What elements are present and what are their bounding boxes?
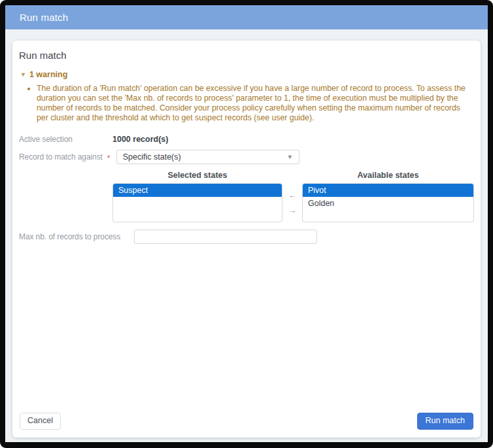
run-match-dialog: Run match Run match ▼ 1 warning The dura… — [5, 5, 488, 442]
record-to-match-select[interactable]: Specific state(s) ▼ — [116, 150, 299, 164]
active-selection-label: Active selection — [19, 135, 99, 144]
arrow-left-icon: ← — [288, 190, 297, 200]
selected-states-listbox[interactable]: Suspect — [112, 183, 282, 222]
dual-list-headers: Selected states Available states — [112, 171, 474, 180]
required-indicator-spacer — [120, 236, 134, 238]
warning-toggle-label: 1 warning — [29, 70, 67, 79]
dialog-footer: Cancel Run match — [18, 413, 475, 431]
run-match-button[interactable]: Run match — [417, 413, 473, 430]
states-dual-list: Selected states Available states Suspect… — [112, 171, 474, 222]
chevron-down-icon: ▼ — [286, 154, 293, 160]
active-selection-row: Active selection 1000 record(s) — [19, 135, 475, 144]
max-records-input[interactable] — [134, 230, 317, 244]
active-selection-value: 1000 record(s) — [112, 135, 168, 144]
max-records-label: Max nb. of records to process — [19, 232, 120, 241]
collapse-caret-icon: ▼ — [20, 72, 27, 78]
warning-message: The duration of a 'Run match' operation … — [37, 84, 468, 123]
required-indicator-spacer — [99, 139, 112, 141]
page-title: Run match — [19, 50, 475, 61]
move-left-button[interactable]: ← — [288, 191, 297, 199]
arrow-right-icon: → — [288, 205, 297, 215]
available-states-header: Available states — [302, 171, 474, 180]
required-indicator: * — [103, 152, 116, 162]
list-item[interactable]: Suspect — [113, 184, 282, 197]
run-match-card: Run match ▼ 1 warning The duration of a … — [12, 41, 481, 438]
cancel-button[interactable]: Cancel — [20, 413, 61, 430]
list-item[interactable]: Pivot — [303, 184, 473, 197]
record-to-match-row: Record to match against * Specific state… — [19, 150, 475, 164]
selected-states-header: Selected states — [112, 171, 282, 180]
list-item[interactable]: Golden — [303, 197, 473, 210]
available-states-listbox[interactable]: Pivot Golden — [302, 183, 474, 222]
window-frame: Run match Run match ▼ 1 warning The dura… — [0, 0, 493, 448]
move-buttons: ← → — [282, 183, 302, 222]
record-to-match-selected-value: Specific state(s) — [123, 152, 181, 162]
dialog-title: Run match — [20, 12, 68, 23]
warning-toggle[interactable]: ▼ 1 warning — [20, 70, 67, 79]
empty-space — [18, 244, 475, 413]
dual-list-body: Suspect ← → Pivot Golden — [112, 183, 474, 222]
max-records-row: Max nb. of records to process — [19, 230, 475, 244]
record-to-match-label: Record to match against — [19, 152, 103, 162]
dialog-body: Run match ▼ 1 warning The duration of a … — [5, 29, 488, 442]
warning-message-list: The duration of a 'Run match' operation … — [18, 84, 475, 123]
dialog-titlebar: Run match — [5, 5, 488, 29]
move-right-button[interactable]: → — [288, 206, 297, 215]
